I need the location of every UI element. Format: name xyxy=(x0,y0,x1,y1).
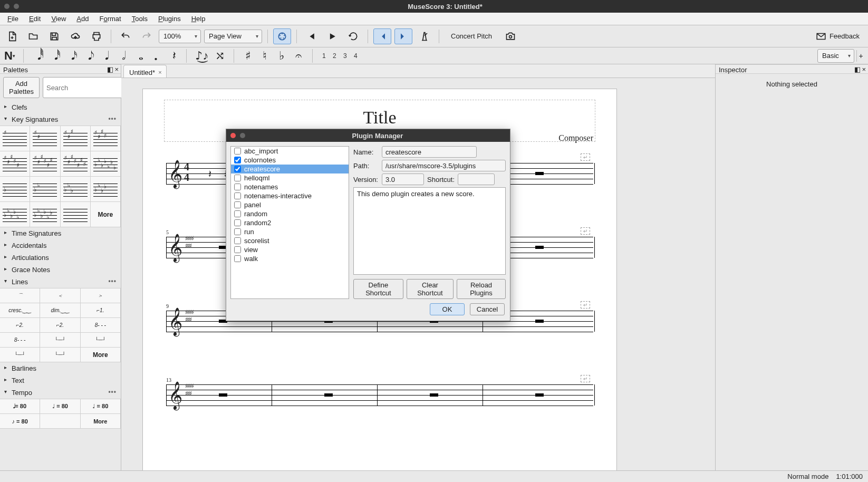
line-cell[interactable]: ⌐2. xyxy=(40,318,80,333)
document-tab[interactable]: Untitled*× xyxy=(123,65,167,78)
keysig-cell[interactable]: ♭♭♭♭♭ xyxy=(0,202,30,227)
voice-1-button[interactable]: 1 xyxy=(321,52,326,60)
note-whole-button[interactable]: 𝅝 xyxy=(133,49,144,63)
marcato-button[interactable]: 𝄐 xyxy=(293,49,304,63)
loop-in-button[interactable] xyxy=(373,28,391,44)
palette-text[interactable]: Text xyxy=(0,374,121,387)
plugin-checkbox[interactable] xyxy=(234,237,241,244)
layout-break-icon[interactable]: ↵ xyxy=(581,375,590,382)
voice-2-button[interactable]: 2 xyxy=(332,52,337,60)
clear-shortcut-button[interactable]: Clear Shortcut xyxy=(407,279,454,299)
line-cell[interactable]: ＜ xyxy=(40,288,80,303)
close-icon[interactable]: × xyxy=(114,65,119,73)
palette-more-button[interactable]: More xyxy=(81,348,121,362)
keysig-cell[interactable] xyxy=(61,202,91,227)
plugin-checkbox[interactable] xyxy=(234,192,241,199)
plugin-checkbox[interactable] xyxy=(234,246,241,253)
palette-clefs[interactable]: Clefs xyxy=(0,101,121,113)
flip-button[interactable]: ⤭ xyxy=(215,49,225,63)
tempo-cell[interactable] xyxy=(40,414,80,429)
view-mode-combo[interactable]: Page View▾ xyxy=(204,30,262,43)
midi-input-button[interactable] xyxy=(273,28,291,44)
line-cell[interactable]: ⌐1. xyxy=(81,303,121,318)
plugin-checkbox[interactable] xyxy=(234,148,241,155)
plugin-row-notenames[interactable]: notenames xyxy=(231,182,349,191)
plugin-shortcut-field[interactable] xyxy=(458,173,495,185)
plugin-row-panel[interactable]: panel xyxy=(231,200,349,209)
note-8th-button[interactable]: 𝅘𝅥𝅮 xyxy=(83,49,93,63)
note-input-mode-button[interactable]: N▾ xyxy=(4,49,15,63)
redo-button[interactable] xyxy=(138,28,156,44)
note-quarter-button[interactable]: 𝅘𝅥 xyxy=(100,49,110,63)
note-half-button[interactable]: 𝅗𝅥 xyxy=(117,49,127,63)
rewind-button[interactable] xyxy=(302,28,320,44)
menu-edit[interactable]: Edit xyxy=(25,14,45,24)
dialog-minimize-icon[interactable] xyxy=(240,133,245,138)
window-close-icon[interactable] xyxy=(4,4,9,9)
open-button[interactable] xyxy=(24,28,42,44)
plugin-row-colornotes[interactable]: colornotes xyxy=(231,156,349,165)
plugin-row-abc_import[interactable]: abc_import xyxy=(231,147,349,156)
menu-format[interactable]: Format xyxy=(95,14,125,24)
metronome-button[interactable] xyxy=(416,28,433,44)
plugin-row-random2[interactable]: random2 xyxy=(231,218,349,227)
palette-more-button[interactable]: More xyxy=(91,202,121,227)
palette-key-signatures[interactable]: Key Signatures••• xyxy=(0,113,121,126)
plugin-row-run[interactable]: run xyxy=(231,227,349,236)
layout-break-icon[interactable]: ↵ xyxy=(581,301,590,309)
note-16th-button[interactable]: 𝅘𝅥𝅯 xyxy=(66,49,76,63)
dot-button[interactable]: . xyxy=(150,49,161,63)
line-cell[interactable]: └─┘ xyxy=(81,333,121,348)
tempo-cell[interactable]: ♩ = 80 xyxy=(40,399,80,414)
keysig-cell[interactable]: ♯♯♯♯♯♯ xyxy=(30,151,60,177)
layout-break-icon[interactable]: ↵ xyxy=(581,227,590,235)
ok-button[interactable]: OK xyxy=(430,303,465,315)
palette-menu-icon[interactable]: ••• xyxy=(108,115,117,122)
keysig-cell[interactable]: ♭♭♭ xyxy=(61,177,91,202)
close-tab-icon[interactable]: × xyxy=(158,69,161,75)
save-button[interactable] xyxy=(45,28,63,44)
menu-help[interactable]: Help xyxy=(187,14,210,24)
plugin-row-walk[interactable]: walk xyxy=(231,254,349,263)
keysig-cell[interactable]: ♯♯♯♯♯♯♯ xyxy=(61,151,91,177)
tempo-cell[interactable]: ♩ = 80 xyxy=(81,399,121,414)
menu-plugins[interactable]: Plugins xyxy=(154,14,185,24)
score-composer[interactable]: Composer xyxy=(558,133,593,143)
keysig-cell[interactable]: ♯♯♯♯♯ xyxy=(0,151,30,177)
palette-barlines[interactable]: Barlines xyxy=(0,362,121,374)
plugin-checkbox[interactable] xyxy=(234,210,241,217)
line-cell[interactable]: ⌐2. xyxy=(0,318,40,333)
play-button[interactable] xyxy=(323,28,341,44)
plugin-row-createscore[interactable]: createscore xyxy=(231,165,349,173)
loop-out-button[interactable] xyxy=(394,28,412,44)
plugin-checkbox[interactable] xyxy=(234,166,241,172)
concert-pitch-button[interactable]: Concert Pitch xyxy=(445,32,498,40)
plugin-checkbox[interactable] xyxy=(234,228,241,235)
staff[interactable]: 𝄞♯♯♯♯♯♯♯ xyxy=(166,384,593,406)
line-cell[interactable]: 8- - - xyxy=(81,318,121,333)
rest-button[interactable]: 𝄽 xyxy=(167,49,178,63)
plugin-row-random[interactable]: random xyxy=(231,209,349,218)
voice-4-button[interactable]: 4 xyxy=(353,52,358,60)
note-64th-button[interactable]: 𝅘𝅥𝅱 xyxy=(32,49,43,63)
score-title[interactable]: Title xyxy=(165,108,595,128)
keysig-cell[interactable]: ♯ xyxy=(0,126,30,151)
palette-accidentals[interactable]: Accidentals xyxy=(0,239,121,252)
plugin-row-scorelist[interactable]: scorelist xyxy=(231,236,349,245)
workspace-combo[interactable]: Basic▾ xyxy=(817,49,854,63)
palette-time-signatures[interactable]: Time Signatures xyxy=(0,227,121,239)
print-button[interactable] xyxy=(88,28,105,44)
palette-menu-icon[interactable]: ••• xyxy=(108,277,117,285)
undock-icon[interactable]: ◧ xyxy=(107,65,113,73)
tempo-cell[interactable]: ♪ = 80 xyxy=(0,414,40,429)
keysig-cell[interactable]: ♭♭♭♭ xyxy=(91,177,121,202)
menu-add[interactable]: Add xyxy=(72,14,93,24)
keysig-cell[interactable]: ♭♭ xyxy=(30,177,60,202)
line-cell[interactable]: dim.‿‿ xyxy=(40,303,80,318)
plugin-row-notenames-interactive[interactable]: notenames-interactive xyxy=(231,191,349,200)
sharp-button[interactable]: ♯ xyxy=(243,49,253,63)
palette-articulations[interactable]: Articulations xyxy=(0,252,121,264)
palette-more-button[interactable]: More xyxy=(81,414,121,429)
feedback-button[interactable]: Feedback xyxy=(811,32,865,40)
layout-break-icon[interactable]: ↵ xyxy=(581,153,590,161)
